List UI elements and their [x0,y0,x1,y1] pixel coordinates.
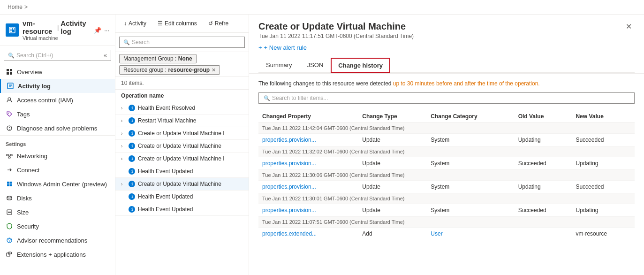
breadcrumb-separator: > [24,4,28,10]
detail-title: Create or Update Virtual Machine [258,21,635,32]
sidebar-item-size[interactable]: Size [0,205,115,219]
diagnose-icon [6,124,13,132]
op-name: Restart Virtual Machine [138,117,243,124]
sidebar-item-label: Advisor recommendations [17,237,87,244]
sidebar-item-label: Networking [17,153,47,160]
sidebar-item-overview[interactable]: Overview [0,65,115,79]
sidebar-search-input[interactable] [16,52,102,59]
filter-tag-close[interactable]: ✕ [212,67,216,73]
sidebar-item-label: Extensions + applications [17,251,86,258]
col-header-category: Change Category [427,110,514,123]
sidebar-item-windows-admin[interactable]: Windows Admin Center (preview) [0,177,115,191]
filter-search-wrap: 🔍 [258,92,635,104]
sidebar-item-security[interactable]: Security [0,219,115,233]
refresh-button[interactable]: ↺ Refre [205,18,231,29]
svg-rect-24 [7,184,9,187]
filter-tag-mg: Management Group : None [119,54,197,63]
op-name: Health Event Updated [138,168,243,175]
sidebar: vm-resource | Activity log Virtual machi… [0,15,115,275]
tab-change-history[interactable]: Change history [331,58,390,73]
old-value: Succeeded [515,204,572,217]
collapse-icon[interactable]: « [104,52,107,59]
operation-item[interactable]: › ℹ Create or Update Virtual Machine I [115,127,249,140]
resource-icon [6,23,19,37]
security-icon [6,222,13,230]
activity-button[interactable]: ↓ Activity [121,18,149,29]
sidebar-item-connect[interactable]: Connect [0,163,115,177]
op-name: Create or Update Virtual Machine [138,181,243,187]
sidebar-item-extensions[interactable]: Extensions + applications [0,247,115,261]
operation-item[interactable]: › ℹ Restart Virtual Machine [115,115,249,127]
op-name: Health Event Resolved [138,105,243,111]
detail-header: ✕ Create or Update Virtual Machine Tue J… [249,15,644,74]
sidebar-item-label: Overview [17,69,42,76]
plus-icon: + [258,44,262,51]
new-value: Updating [572,204,635,217]
tab-json[interactable]: JSON [300,58,331,73]
sidebar-item-diagnose[interactable]: Diagnose and solve problems [0,121,115,135]
property-link[interactable]: properties.provision... [262,160,316,167]
sidebar-item-label: Size [17,209,29,216]
op-info-icon: ℹ [129,143,135,149]
new-value: Succeeded [572,134,635,146]
separator: | [57,24,59,31]
expand-icon: › [121,156,126,161]
edit-columns-button[interactable]: ☰ Edit columns [155,18,200,29]
expand-icon: › [121,106,126,111]
more-icon[interactable]: ··· [104,27,109,34]
edit-columns-icon: ☰ [158,20,163,27]
property-link[interactable]: properties.provision... [262,137,316,143]
sidebar-item-iam[interactable]: Access control (IAM) [0,93,115,107]
activity-log-icon [7,82,14,90]
sidebar-item-label: Access control (IAM) [17,97,73,104]
old-value: Succeeded [515,157,572,170]
breadcrumb-home[interactable]: Home [8,4,23,10]
networking-icon [6,152,13,160]
sidebar-item-tags[interactable]: Tags [0,107,115,121]
op-info-icon: ℹ [129,168,135,175]
change-type: Update [358,181,427,193]
table-group-row: Tue Jan 11 2022 11:42:04 GMT-0600 (Centr… [258,123,635,134]
sidebar-header-actions: 📌 ··· [94,27,109,34]
search-icon: 🔍 [123,39,130,46]
table-group-row: Tue Jan 11 2022 11:32:02 GMT-0600 (Centr… [258,146,635,157]
op-name: Create or Update Virtual Machine [138,143,243,149]
overview-icon [6,68,13,76]
operation-item[interactable]: › ℹ Create or Update Virtual Machine [115,178,249,191]
operation-item[interactable]: › ℹ Health Event Updated [115,203,249,216]
operation-item[interactable]: › ℹ Create or Update Virtual Machine I [115,153,249,165]
operation-item[interactable]: › ℹ Health Event Updated [115,165,249,178]
operation-item[interactable]: › ℹ Create or Update Virtual Machine [115,140,249,153]
new-value: vm-resource [572,228,635,240]
svg-rect-25 [10,184,12,187]
sidebar-item-networking[interactable]: Networking [0,149,115,163]
operation-item[interactable]: › ℹ Health Event Resolved [115,102,249,115]
property-link[interactable]: properties.provision... [262,183,316,190]
close-button[interactable]: ✕ [623,21,635,32]
tab-summary[interactable]: Summary [258,58,300,73]
operation-item[interactable]: › ℹ Health Event Updated [115,191,249,203]
col-header-property: Changed Property [258,110,358,123]
sidebar-item-disks[interactable]: Disks [0,191,115,205]
filter-search-input[interactable] [272,95,629,101]
property-link[interactable]: properties.extended... [262,230,317,237]
filter-tag-rg: Resource group : resource-group ✕ [119,65,220,75]
panel-search-input[interactable] [132,39,241,46]
sidebar-item-activity-log[interactable]: Activity log [0,79,115,93]
sidebar-item-label: Windows Admin Center (preview) [17,181,107,188]
extensions-icon [6,251,13,258]
group-timestamp: Tue Jan 11 2022 11:42:04 GMT-0600 (Centr… [258,123,635,134]
property-link[interactable]: properties.provision... [262,207,316,214]
op-info-icon: ℹ [129,181,135,187]
op-name: Create or Update Virtual Machine I [138,155,243,162]
table-group-row: Tue Jan 11 2022 11:30:01 GMT-0600 (Centr… [258,193,635,204]
center-panel: ↓ Activity ☰ Edit columns ↺ Refre 🔍 [115,15,249,275]
svg-rect-7 [10,72,12,75]
svg-rect-28 [8,212,11,213]
sidebar-item-advisor[interactable]: Advisor recommendations [0,233,115,247]
change-type: Update [358,134,427,146]
pin-icon[interactable]: 📌 [94,27,101,34]
change-type: Update [358,157,427,170]
group-timestamp: Tue Jan 11 2022 11:07:51 GMT-0600 (Centr… [258,217,635,228]
new-alert-rule-button[interactable]: + + New alert rule [258,44,307,51]
